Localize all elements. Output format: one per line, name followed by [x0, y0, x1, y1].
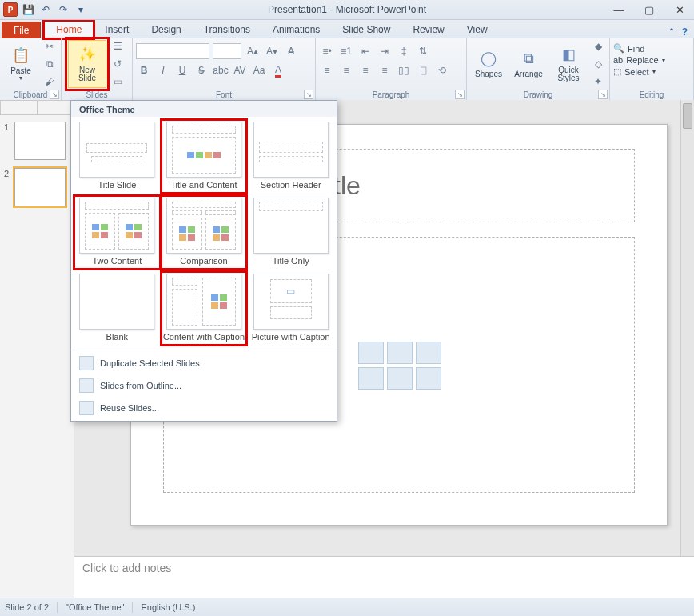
insert-media-icon[interactable]	[416, 367, 441, 390]
font-size-combo[interactable]	[213, 43, 241, 59]
outline-tab-icon[interactable]	[37, 100, 74, 114]
reuse-slides-button[interactable]: Reuse Slides...	[71, 397, 337, 419]
select-button[interactable]: ⬚Select▾	[613, 66, 656, 77]
font-color-icon[interactable]: A	[270, 62, 286, 78]
italic-icon[interactable]: I	[155, 62, 171, 78]
font-name-combo[interactable]	[136, 43, 209, 59]
insert-clipart-icon[interactable]	[387, 367, 413, 390]
minimize-ribbon-icon[interactable]: ⌃	[668, 26, 676, 38]
panel-tabs	[0, 100, 74, 115]
insert-picture-icon[interactable]	[358, 367, 384, 390]
reset-icon[interactable]: ↺	[110, 56, 126, 72]
shadow-icon[interactable]: abc	[213, 62, 229, 78]
undo-icon[interactable]: ↶	[38, 2, 53, 17]
slides-from-outline-button[interactable]: Slides from Outline...	[71, 374, 337, 397]
copy-icon[interactable]: ⧉	[42, 56, 58, 72]
scrollbar-thumb[interactable]	[683, 103, 692, 129]
slides-tab-icon[interactable]	[0, 100, 37, 114]
shape-outline-icon[interactable]: ◇	[590, 56, 606, 72]
shapes-button[interactable]: ◯ Shapes	[470, 41, 507, 87]
file-tab[interactable]: File	[2, 22, 41, 38]
layout-icon[interactable]: ☰	[110, 38, 126, 54]
redo-icon[interactable]: ↷	[56, 2, 70, 17]
insert-smartart-icon[interactable]	[416, 342, 441, 364]
layout-title-only[interactable]: Title Only	[248, 196, 333, 269]
char-spacing-icon[interactable]: AV	[232, 62, 248, 78]
tab-slideshow[interactable]: Slide Show	[331, 22, 401, 38]
layout-title-slide[interactable]: Title Slide	[74, 120, 160, 193]
align-text-icon[interactable]: ⎕	[415, 62, 431, 78]
indent-dec-icon[interactable]: ⇤	[357, 43, 373, 59]
maximize-button[interactable]: ▢	[638, 2, 660, 17]
shape-effects-icon[interactable]: ✦	[590, 74, 606, 90]
paste-icon: 📋	[11, 46, 30, 66]
text-direction-icon[interactable]: ⇅	[415, 43, 431, 59]
columns-icon[interactable]: ▯▯	[396, 62, 412, 78]
grow-font-icon[interactable]: A▴	[245, 43, 261, 59]
arrange-button[interactable]: ⧉ Arrange	[510, 41, 547, 87]
layout-two-content[interactable]: Two Content	[74, 196, 160, 269]
align-right-icon[interactable]: ≡	[357, 62, 373, 78]
shape-fill-icon[interactable]: ◆	[590, 38, 606, 54]
clipboard-launcher[interactable]: ↘	[50, 90, 59, 99]
format-painter-icon[interactable]: 🖌	[42, 74, 58, 90]
paste-button[interactable]: 📋 Paste ▾	[3, 41, 38, 87]
numbering-icon[interactable]: ≡1	[338, 43, 354, 59]
bold-icon[interactable]: B	[136, 62, 152, 78]
notes-pane[interactable]: Click to add notes	[74, 556, 694, 598]
tab-transitions[interactable]: Transitions	[193, 22, 261, 38]
quickstyles-button[interactable]: ◧ Quick Styles	[550, 41, 587, 87]
smartart-icon[interactable]: ⟲	[434, 62, 450, 78]
clear-format-icon[interactable]: A̶	[283, 43, 299, 59]
indent-inc-icon[interactable]: ⇥	[377, 43, 393, 59]
layout-comparison[interactable]: Comparison	[162, 196, 247, 269]
save-icon[interactable]: 💾	[21, 2, 35, 17]
insert-table-icon[interactable]	[358, 342, 384, 364]
tab-review[interactable]: Review	[401, 22, 455, 38]
change-case-icon[interactable]: Aa	[251, 62, 267, 78]
replace-button[interactable]: abReplace▾	[613, 55, 665, 65]
find-button[interactable]: 🔍Find	[613, 43, 644, 54]
layout-blank[interactable]: Blank	[74, 272, 160, 345]
bullets-icon[interactable]: ≡•	[319, 43, 335, 59]
layout-picture-with-caption[interactable]: ▭ Picture with Caption	[248, 272, 333, 345]
new-slide-button[interactable]: ✨ New Slide	[68, 40, 106, 88]
align-left-icon[interactable]: ≡	[319, 62, 335, 78]
layout-label: Title and Content	[170, 180, 237, 190]
section-icon[interactable]: ▭	[110, 74, 126, 90]
drawing-label: Drawing	[470, 90, 606, 101]
tab-design[interactable]: Design	[140, 22, 192, 38]
layout-content-with-caption[interactable]: Content with Caption	[162, 272, 247, 345]
minimize-button[interactable]: —	[608, 2, 630, 17]
shrink-font-icon[interactable]: A▾	[264, 43, 280, 59]
thumb-number: 2	[4, 169, 9, 178]
reuse-icon	[79, 401, 94, 415]
justify-icon[interactable]: ≡	[377, 62, 393, 78]
line-spacing-icon[interactable]: ‡	[396, 43, 412, 59]
status-language[interactable]: English (U.S.)	[141, 602, 195, 612]
underline-icon[interactable]: U	[174, 62, 190, 78]
help-icon[interactable]: ?	[682, 26, 688, 38]
strike-icon[interactable]: S̶	[193, 62, 209, 78]
ribbon: 📋 Paste ▾ ✂ ⧉ 🖌 Clipboard ↘ ✨ New Slide …	[0, 38, 694, 102]
close-button[interactable]: ✕	[668, 2, 691, 17]
paragraph-launcher[interactable]: ↘	[455, 90, 465, 99]
insert-chart-icon[interactable]	[387, 342, 413, 364]
tab-insert[interactable]: Insert	[94, 22, 140, 38]
ribbon-right-controls: ⌃ ?	[668, 26, 694, 38]
qat-more-icon[interactable]: ▾	[74, 2, 88, 17]
tab-view[interactable]: View	[456, 22, 499, 38]
thumbnail-1[interactable]: 1	[14, 122, 66, 160]
align-center-icon[interactable]: ≡	[338, 62, 354, 78]
vertical-scrollbar[interactable]	[680, 100, 694, 566]
layout-title-and-content[interactable]: Title and Content	[162, 120, 247, 193]
duplicate-slides-button[interactable]: Duplicate Selected Slides	[71, 352, 337, 374]
thumbnail-2[interactable]: 2	[14, 168, 66, 206]
tab-home[interactable]: Home	[44, 21, 94, 38]
layout-section-header[interactable]: Section Header	[248, 120, 333, 193]
font-launcher[interactable]: ↘	[304, 90, 313, 99]
layout-label: Comparison	[180, 256, 227, 266]
cut-icon[interactable]: ✂	[42, 38, 58, 54]
tab-animations[interactable]: Animations	[261, 22, 331, 38]
drawing-launcher[interactable]: ↘	[598, 90, 608, 99]
